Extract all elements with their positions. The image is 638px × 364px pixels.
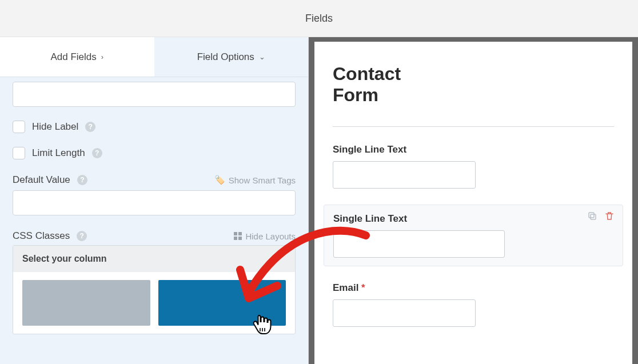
form-title[interactable]: Contact Form [333,63,447,106]
label-input[interactable] [13,82,296,107]
field-input[interactable] [333,230,505,258]
limit-length-text: Limit Length [32,147,85,159]
tab-add-fields-label: Add Fields [50,51,96,63]
hide-label-row[interactable]: Hide Label ? [13,121,296,133]
required-asterisk: * [361,282,365,293]
hide-layouts-link[interactable]: Hide Layouts [234,231,296,241]
hide-label-text: Hide Label [32,121,78,133]
hide-label-checkbox[interactable] [13,121,25,133]
tab-add-fields[interactable]: Add Fields › [0,37,154,77]
duplicate-icon[interactable] [587,211,597,221]
panel-tabs: Add Fields › Field Options ⌄ [0,37,308,77]
column-picker-body [13,272,295,334]
main: Add Fields › Field Options ⌄ Hide Label … [0,37,638,364]
tab-field-options-label: Field Options [197,51,254,63]
default-value-row: Default Value ? 🏷️ Show Smart Tags [13,174,296,186]
form-canvas[interactable]: Contact Form Single Line Text Single Lin… [314,42,632,364]
preview-frame: Contact Form Single Line Text Single Lin… [309,37,638,364]
trash-icon[interactable] [604,211,615,221]
column-picker: Select your column [13,245,296,334]
limit-length-row[interactable]: Limit Length ? [13,147,296,159]
tag-icon: 🏷️ [214,175,225,185]
field-input[interactable] [333,161,476,189]
chevron-down-icon: ⌄ [259,53,265,61]
column-option-right[interactable] [158,280,286,326]
limit-length-checkbox[interactable] [13,147,25,159]
grid-icon [234,232,242,240]
left-panel: Add Fields › Field Options ⌄ Hide Label … [0,37,309,364]
form-field[interactable]: Single Line Text [333,144,614,189]
svg-rect-3 [591,214,596,219]
help-icon[interactable]: ? [77,175,87,185]
field-input[interactable] [333,299,476,327]
help-icon[interactable]: ? [77,231,87,241]
svg-rect-4 [589,213,594,218]
form-field-selected[interactable]: Single Line Text [324,205,623,266]
field-options-panel: Hide Label ? Limit Length ? Default Valu… [0,77,308,340]
header-title: Fields [305,13,333,25]
help-icon[interactable]: ? [85,122,95,132]
field-label: Single Line Text [333,213,613,225]
default-value-input[interactable] [13,190,296,215]
smart-tags-label: Show Smart Tags [229,175,296,185]
chevron-right-icon: › [101,53,103,61]
field-label-text: Email [333,282,358,293]
app-header: Fields [0,0,638,37]
column-option-left[interactable] [22,280,150,326]
hide-layouts-label: Hide Layouts [245,231,296,241]
show-smart-tags-link[interactable]: 🏷️ Show Smart Tags [214,175,296,185]
css-classes-label: CSS Classes [13,230,70,242]
default-value-label: Default Value [13,174,70,186]
field-label: Email * [333,282,614,294]
css-classes-row: CSS Classes ? Hide Layouts [13,230,296,242]
field-actions [587,211,615,221]
column-picker-title: Select your column [13,246,295,272]
divider [333,126,614,127]
form-field[interactable]: Email * [333,282,614,327]
help-icon[interactable]: ? [92,148,102,158]
field-label: Single Line Text [333,144,614,155]
tab-field-options[interactable]: Field Options ⌄ [154,37,309,77]
